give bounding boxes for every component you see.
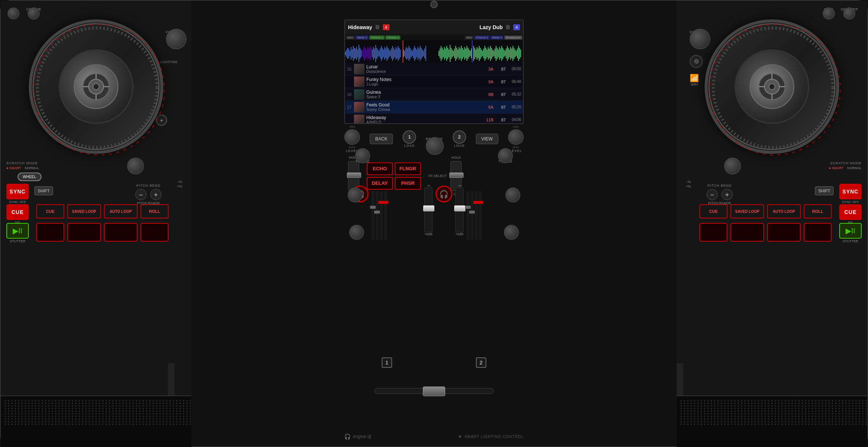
wheel-button-left[interactable]: WHEEL [18, 173, 41, 181]
wifi-icon-right[interactable]: 📶 [690, 74, 699, 83]
treble-knob-group-right: -∞ +6dB TREBLE [725, 158, 739, 172]
top-center-knob[interactable] [430, 1, 438, 8]
numark-logo-icon-right [757, 72, 787, 102]
load2-num: 2 [458, 134, 461, 140]
pad4-right[interactable] [804, 223, 832, 242]
level-knob-right[interactable] [508, 129, 524, 145]
volume-knob-right[interactable] [28, 7, 40, 19]
wifi-label-right: WIFI [690, 83, 699, 86]
pad-autoloop-button-right[interactable]: AUTO LOOP [767, 204, 801, 218]
pad1-right[interactable] [699, 223, 727, 242]
main-knob-right[interactable] [823, 7, 835, 19]
crossfader-area [374, 388, 494, 394]
pad3-right[interactable] [767, 223, 801, 242]
crossfader[interactable] [374, 388, 494, 394]
level-knob-left[interactable] [344, 129, 360, 145]
svg-rect-163 [520, 50, 521, 57]
pad3-left[interactable] [104, 223, 138, 242]
svg-rect-162 [519, 48, 520, 59]
back-button[interactable]: BACK [370, 134, 393, 144]
svg-rect-67 [400, 50, 401, 57]
shift-button-right[interactable]: SHIFT [815, 186, 834, 195]
svg-rect-89 [425, 46, 426, 61]
mid-knob-left[interactable] [348, 187, 363, 202]
mid-knob-right-area: -∞ +6dB MID [509, 187, 516, 201]
track-row[interactable]: 16 Guinea Space 3 8B 87 05:32 [345, 88, 523, 101]
pitch-minus-left[interactable]: − [135, 189, 147, 200]
treble-knob-left[interactable] [127, 158, 144, 174]
speaker-knob-right[interactable] [843, 7, 855, 19]
fx-select-label: FX SELECT [428, 174, 447, 178]
top-center-knob-area [430, 1, 438, 8]
right-deck: FILTER ⚙ 📶 WIFI MAIN SPEAKER [677, 1, 867, 447]
load2-button[interactable]: 2 [453, 130, 466, 144]
track-row[interactable]: Funky Notes J.Logic 9A 87 06:48 [345, 75, 523, 88]
pad-cue-button-right[interactable]: CUE [699, 204, 727, 218]
treble-knob-right[interactable] [724, 158, 741, 174]
pad-roll-button-left[interactable]: ROLL [141, 204, 169, 218]
mix-knob[interactable] [7, 7, 19, 19]
view-button[interactable]: VIEW [476, 134, 499, 144]
jog-wheel-right-container [705, 19, 839, 154]
sync-button-left[interactable]: SYNC [6, 184, 29, 199]
svg-rect-73 [407, 49, 408, 58]
pad4-left[interactable] [141, 223, 169, 242]
jog-logo-right [750, 64, 794, 109]
section-verse1: Verse 1 [355, 35, 369, 40]
svg-rect-140 [495, 49, 495, 58]
pad-savedloop-button-left[interactable]: SAVED LOOP [67, 204, 101, 218]
sync-button-right[interactable]: SYNC [839, 184, 862, 199]
jog-wheel-left[interactable] [29, 19, 163, 154]
pitch-minus-right[interactable]: − [707, 189, 718, 200]
pad-autoloop-button-left[interactable]: AUTO LOOP [104, 204, 138, 218]
bass-knob-left-area: -∞ +6dB BASS [352, 225, 361, 238]
track-row[interactable]: Hideaway ASHFLO 11B 87 04:06 [345, 114, 523, 124]
filter-knob-left[interactable] [166, 29, 187, 49]
settings-button-right[interactable]: ⚙ [690, 55, 703, 68]
pad-cue-button-left[interactable]: CUE [36, 204, 64, 218]
mid-knob-right[interactable] [505, 187, 520, 202]
play-area-left: ▶II STUTTER [6, 223, 29, 243]
eq-treble-knob-right[interactable] [498, 148, 513, 163]
pad-autoloop-area-left: AUTO LOOP [104, 204, 138, 218]
headphone-logo-icon: 🎧 [344, 434, 351, 440]
pitch-plus-right[interactable]: + [721, 189, 733, 200]
play-button-left[interactable]: ▶II [6, 223, 29, 239]
pitch-bend-area-right: PITCH BEND − + PITCH RANGE [707, 184, 733, 205]
pad-savedloop-button-right[interactable]: SAVED LOOP [730, 204, 764, 218]
cue-button-right[interactable]: CUE [839, 204, 862, 220]
sync-off-label-left: SYNC OFF [6, 200, 29, 204]
fx-flngr-button[interactable]: FLNGR [395, 162, 421, 175]
svg-rect-35 [364, 46, 365, 61]
eq-treble-knob-left[interactable] [355, 148, 370, 163]
svg-rect-159 [516, 51, 517, 56]
pad1-left[interactable] [36, 223, 64, 242]
channel-badges-row: 1 2 [382, 357, 486, 368]
load2-area: 2 LOAD [453, 130, 466, 148]
track-row[interactable]: 15 Lunar Duoscience 3A 87 06:00 [345, 63, 523, 75]
play-area-right: ▶II STUTTER [839, 223, 862, 243]
cue-button-left[interactable]: CUE [6, 204, 29, 220]
jog-wheel-right[interactable] [705, 19, 839, 154]
section-chorus3: Chorus 1 [474, 35, 489, 40]
svg-rect-34 [363, 49, 364, 58]
svg-rect-43 [373, 47, 374, 60]
pad2-right[interactable] [730, 223, 764, 242]
load1-button[interactable]: 1 [403, 130, 416, 144]
svg-rect-48 [379, 51, 379, 56]
bass-knob-right[interactable] [504, 225, 519, 240]
mix-knob-group: MIX [10, 7, 17, 11]
svg-rect-128 [481, 50, 482, 57]
bass-knob-left[interactable] [349, 225, 364, 240]
play-button-right[interactable]: ▶II [839, 223, 862, 239]
svg-rect-150 [506, 49, 507, 58]
wifi-area-right: 📶 WIFI [690, 74, 699, 86]
pitch-plus-left[interactable]: + [150, 189, 161, 200]
track-row[interactable]: 17 Feels Good Sunny Crimea 6A 87 05:20 [345, 101, 523, 114]
pad2-left[interactable] [67, 223, 101, 242]
svg-rect-106 [456, 48, 457, 59]
fx-echo-button[interactable]: ECHO [367, 162, 393, 175]
shift-button-left[interactable]: SHIFT [34, 186, 53, 195]
svg-rect-51 [382, 48, 383, 59]
pad-roll-button-right[interactable]: ROLL [804, 204, 832, 218]
